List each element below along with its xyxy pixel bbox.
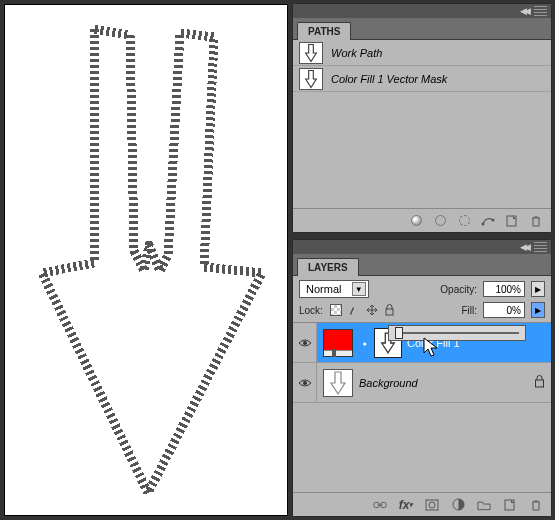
path-thumbnail	[299, 42, 323, 64]
tab-layers[interactable]: LAYERS	[297, 258, 359, 276]
svg-point-1	[492, 218, 495, 221]
svg-rect-2	[507, 216, 516, 226]
svg-point-4	[303, 341, 307, 345]
path-label: Work Path	[331, 47, 382, 59]
add-mask-icon[interactable]	[425, 498, 439, 512]
document-canvas[interactable]	[4, 4, 288, 516]
lock-position-icon[interactable]	[365, 303, 379, 317]
slider-handle[interactable]	[395, 327, 403, 339]
svg-rect-6	[536, 380, 544, 387]
link-icon[interactable]: ⬥	[359, 338, 369, 348]
adjustment-layer-icon[interactable]	[451, 498, 465, 512]
path-thumbnail	[299, 68, 323, 90]
new-layer-icon[interactable]	[503, 498, 517, 512]
layer-row[interactable]: Background	[293, 363, 551, 403]
opacity-flyout-icon[interactable]: ▶	[531, 281, 545, 297]
svg-point-0	[482, 222, 485, 225]
panel-menu-icon[interactable]	[534, 242, 547, 252]
tab-paths[interactable]: PATHS	[297, 22, 351, 40]
path-item[interactable]: Work Path	[293, 40, 551, 66]
lock-transparency-icon[interactable]	[329, 303, 343, 317]
paths-panel: ◀◀ PATHS Work Path Color Fill 1 Vector M…	[292, 3, 552, 233]
lock-icon	[534, 375, 545, 391]
selection-from-path-icon[interactable]	[457, 214, 471, 228]
fill-path-icon[interactable]	[409, 214, 423, 228]
fill-flyout-icon[interactable]: ▶	[531, 302, 545, 318]
lock-all-icon[interactable]	[383, 303, 397, 317]
make-work-path-icon[interactable]	[481, 214, 495, 228]
fill-label: Fill:	[461, 305, 477, 316]
arrow-shape-preview	[5, 5, 287, 515]
svg-rect-3	[386, 309, 393, 315]
layer-row[interactable]: ⬥ Color Fill 1	[293, 323, 551, 363]
layer-style-icon[interactable]: fx▾	[399, 498, 413, 512]
visibility-eye-icon[interactable]	[298, 338, 312, 348]
blend-mode-select[interactable]: Normal ▼	[299, 280, 369, 298]
delete-layer-icon[interactable]	[529, 498, 543, 512]
panel-menu-icon[interactable]	[534, 6, 547, 16]
visibility-eye-icon[interactable]	[298, 378, 312, 388]
panel-collapse-icon[interactable]: ◀◀	[520, 6, 528, 16]
paths-list: Work Path Color Fill 1 Vector Mask	[293, 40, 551, 208]
layers-panel: ◀◀ LAYERS Normal ▼ Opacity: 100% ▶ Lock:	[292, 239, 552, 517]
svg-point-11	[429, 502, 435, 508]
fill-value[interactable]: 0%	[483, 302, 525, 318]
path-label: Color Fill 1 Vector Mask	[331, 73, 447, 85]
delete-path-icon[interactable]	[529, 214, 543, 228]
opacity-value[interactable]: 100%	[483, 281, 525, 297]
link-layers-icon[interactable]	[373, 498, 387, 512]
lock-pixels-icon[interactable]	[347, 303, 361, 317]
chevron-down-icon: ▼	[352, 282, 366, 296]
lock-label: Lock:	[299, 305, 323, 316]
new-path-icon[interactable]	[505, 214, 519, 228]
path-item[interactable]: Color Fill 1 Vector Mask	[293, 66, 551, 92]
opacity-label: Opacity:	[440, 284, 477, 295]
layer-name: Background	[359, 377, 418, 389]
svg-rect-13	[505, 500, 514, 510]
layer-thumbnail[interactable]	[323, 369, 353, 397]
panel-collapse-icon[interactable]: ◀◀	[520, 242, 528, 252]
fill-color-thumbnail[interactable]	[323, 329, 353, 357]
layers-list: ⬥ Color Fill 1	[293, 323, 551, 492]
group-icon[interactable]	[477, 498, 491, 512]
stroke-path-icon[interactable]	[433, 214, 447, 228]
svg-point-5	[303, 381, 307, 385]
fill-slider-popup[interactable]	[388, 325, 526, 341]
blend-mode-value: Normal	[306, 283, 341, 295]
